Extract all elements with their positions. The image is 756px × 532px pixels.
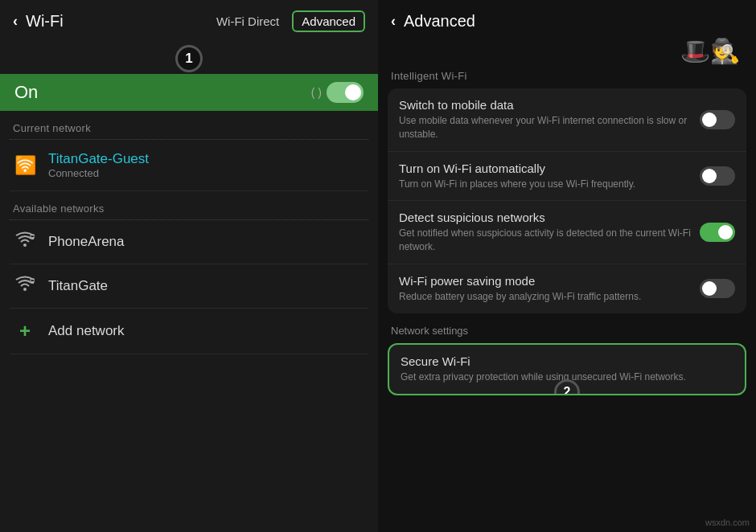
add-network-icon: + xyxy=(13,320,37,342)
current-network-item[interactable]: 🛜 TitanGate-Guest Connected xyxy=(10,140,368,191)
switch-mobile-data-title: Switch to mobile data xyxy=(399,98,692,112)
network-section: Current network 🛜 TitanGate-Guest Connec… xyxy=(0,111,378,532)
detect-suspicious-desc: Get notified when suspicious activity is… xyxy=(399,227,692,254)
connected-network-name: TitanGate-Guest xyxy=(48,151,149,167)
list-item[interactable]: PhoneArena xyxy=(10,220,368,264)
turn-on-wifi-text: Turn on Wi-Fi automatically Turn on Wi-F… xyxy=(399,162,700,191)
wifi-connected-icon: 🛜 xyxy=(13,155,37,176)
right-page-title: Advanced xyxy=(404,12,475,31)
wifi-status-label: On xyxy=(14,82,38,103)
mascot-icon: 🎩🕵️ xyxy=(680,37,740,65)
svg-point-0 xyxy=(23,243,27,247)
connected-network-status: Connected xyxy=(48,167,149,179)
left-panel: ‹ Wi-Fi Wi-Fi Direct Advanced 1 On ( ) C… xyxy=(0,0,378,532)
wifi-toggle-switch[interactable] xyxy=(327,82,364,103)
svg-rect-2 xyxy=(31,237,34,239)
detect-suspicious-toggle[interactable] xyxy=(700,223,735,242)
svg-rect-5 xyxy=(31,281,34,284)
watermark: wsxdn.com xyxy=(705,518,750,527)
power-saving-text: Wi-Fi power saving mode Reduce battery u… xyxy=(399,274,700,304)
switch-mobile-data-item[interactable]: Switch to mobile data Use mobile data wh… xyxy=(388,88,746,152)
switch-mobile-data-desc: Use mobile data whenever your Wi-Fi inte… xyxy=(399,114,692,141)
page-title: Wi-Fi xyxy=(26,12,64,31)
wifi-toggle-area: ( ) xyxy=(311,82,364,103)
top-bar-right: Wi-Fi Direct Advanced xyxy=(216,10,365,32)
right-top-bar: ‹ Advanced xyxy=(378,0,756,42)
switch-mobile-data-text: Switch to mobile data Use mobile data wh… xyxy=(399,98,700,141)
network-phonearena: PhoneArena xyxy=(48,234,125,250)
secure-wifi-title: Secure Wi-Fi xyxy=(401,354,725,368)
current-network-info: TitanGate-Guest Connected xyxy=(48,151,149,179)
switch-mobile-data-toggle[interactable] xyxy=(700,110,735,129)
power-saving-item[interactable]: Wi-Fi power saving mode Reduce battery u… xyxy=(388,264,746,313)
turn-on-wifi-item[interactable]: Turn on Wi-Fi automatically Turn on Wi-F… xyxy=(388,152,746,202)
back-arrow-icon[interactable]: ‹ xyxy=(13,13,18,30)
power-saving-toggle[interactable] xyxy=(700,279,735,298)
detect-suspicious-title: Detect suspicious networks xyxy=(399,211,692,224)
turn-on-wifi-title: Turn on Wi-Fi automatically xyxy=(399,162,692,175)
network-settings-header: Network settings xyxy=(378,317,756,340)
power-saving-desc: Reduce battery usage by analyzing Wi-Fi … xyxy=(399,290,692,304)
right-back-arrow-icon[interactable]: ‹ xyxy=(391,13,396,30)
step1-container: 1 xyxy=(0,42,378,74)
detect-suspicious-text: Detect suspicious networks Get notified … xyxy=(399,211,700,254)
wifi-lock-icon-1 xyxy=(13,231,37,252)
list-item[interactable]: TitanGate xyxy=(10,264,368,309)
turn-on-wifi-toggle[interactable] xyxy=(700,166,735,186)
turn-on-wifi-desc: Turn on Wi-Fi in places where you use Wi… xyxy=(399,178,692,191)
add-network-label: Add network xyxy=(48,323,125,339)
wifi-direct-button[interactable]: Wi-Fi Direct xyxy=(216,14,279,28)
left-top-bar: ‹ Wi-Fi Wi-Fi Direct Advanced xyxy=(0,0,378,42)
mascot-area: 🎩🕵️ xyxy=(378,37,756,65)
add-network-item[interactable]: + Add network xyxy=(10,309,368,354)
current-network-label: Current network xyxy=(10,111,368,140)
available-networks-label: Available networks xyxy=(10,191,368,220)
right-panel: ‹ Advanced 🎩🕵️ Intelligent Wi-Fi Switch … xyxy=(378,0,756,532)
wifi-lock-icon-2 xyxy=(13,276,37,297)
advanced-button[interactable]: Advanced xyxy=(292,10,365,32)
detect-suspicious-item[interactable]: Detect suspicious networks Get notified … xyxy=(388,201,746,264)
secure-wifi-card[interactable]: Secure Wi-Fi Get extra privacy protectio… xyxy=(388,343,746,395)
step1-indicator: 1 xyxy=(175,45,203,72)
intelligent-wifi-card: Switch to mobile data Use mobile data wh… xyxy=(388,88,746,313)
network-titangate: TitanGate xyxy=(48,278,108,294)
toggle-parens: ( ) xyxy=(311,86,322,99)
top-bar-left: ‹ Wi-Fi xyxy=(13,12,64,31)
power-saving-title: Wi-Fi power saving mode xyxy=(399,274,692,288)
svg-point-3 xyxy=(23,288,27,291)
wifi-toggle-row: On ( ) xyxy=(0,74,378,111)
intelligent-wifi-header: Intelligent Wi-Fi xyxy=(378,65,756,85)
